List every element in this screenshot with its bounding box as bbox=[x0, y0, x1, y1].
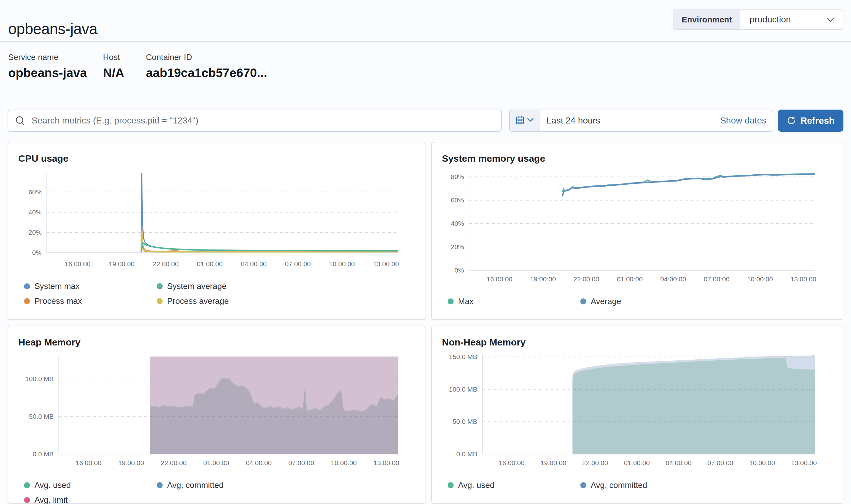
chart-legend: Avg. usedAvg. committed bbox=[448, 478, 836, 493]
x-tick-label: 16:00:00 bbox=[486, 275, 512, 283]
page-title: opbeans-java bbox=[8, 20, 97, 38]
page-header: opbeans-java Environment production bbox=[0, 0, 851, 42]
stat-value: N/A bbox=[103, 65, 146, 80]
system-memory-usage-panel: System memory usage 0%20%40%60%80%16:00:… bbox=[431, 142, 844, 320]
legend-item[interactable]: Avg. committed bbox=[580, 478, 713, 493]
stat-label: Host bbox=[103, 52, 146, 63]
chart-legend: Avg. usedAvg. committedAvg. limit bbox=[24, 478, 419, 504]
x-tick-label: 07:00:00 bbox=[704, 275, 730, 283]
area-series-Avg. used bbox=[573, 358, 815, 454]
y-tick-label: 50.0 MB bbox=[453, 418, 477, 425]
legend-dot-icon bbox=[157, 298, 163, 304]
x-tick-label: 16:00:00 bbox=[75, 459, 101, 466]
legend-item[interactable]: System max bbox=[24, 279, 157, 294]
x-tick-label: 22:00:00 bbox=[153, 260, 179, 268]
y-tick-label: 20% bbox=[29, 229, 42, 236]
legend-item[interactable]: Process average bbox=[157, 294, 289, 308]
stat-container-id: Container ID aab19ca1cb57e670... bbox=[146, 52, 267, 97]
legend-dot-icon bbox=[448, 299, 454, 304]
x-tick-label: 07:00:00 bbox=[285, 260, 311, 268]
y-tick-label: 20% bbox=[451, 243, 464, 250]
legend-label: System average bbox=[167, 281, 227, 291]
legend-dot-icon bbox=[24, 283, 30, 289]
y-tick-label: 40% bbox=[29, 209, 42, 216]
legend-item[interactable]: Average bbox=[580, 294, 713, 309]
legend-label: Avg. used bbox=[458, 480, 494, 490]
x-tick-label: 01:00:00 bbox=[617, 275, 643, 283]
time-range-value[interactable]: Last 24 hours bbox=[539, 115, 720, 126]
refresh-label: Refresh bbox=[800, 115, 835, 126]
legend-dot-icon bbox=[24, 298, 30, 304]
search-input[interactable] bbox=[7, 110, 502, 132]
chevron-down-icon bbox=[527, 116, 534, 125]
legend-label: Process average bbox=[167, 296, 229, 306]
stat-service-name: Service name opbeans-java bbox=[8, 52, 103, 97]
legend-label: Process max bbox=[34, 296, 82, 306]
x-tick-label: 19:00:00 bbox=[109, 260, 135, 268]
legend-item[interactable]: Avg. used bbox=[448, 478, 580, 493]
legend-label: Max bbox=[458, 296, 474, 306]
environment-select[interactable]: Environment production bbox=[673, 10, 844, 30]
search-box bbox=[7, 110, 502, 132]
stat-host: Host N/A bbox=[103, 52, 146, 97]
legend-dot-icon bbox=[24, 482, 30, 488]
x-tick-label: 10:00:00 bbox=[331, 459, 357, 466]
x-tick-label: 16:00:00 bbox=[499, 459, 525, 466]
metrics-toolbar: Last 24 hours Show dates Refresh bbox=[0, 97, 851, 141]
system-memory-usage-chart[interactable]: 0%20%40%60%80%16:00:0019:00:0022:00:0001… bbox=[432, 142, 843, 319]
chart-legend: System maxSystem averageProcess maxProce… bbox=[24, 279, 419, 308]
legend-item[interactable]: Avg. used bbox=[24, 478, 157, 493]
legend-label: System max bbox=[34, 281, 79, 291]
x-tick-label: 10:00:00 bbox=[329, 260, 355, 268]
service-info-bar: Service name opbeans-java Host N/A Conta… bbox=[0, 42, 851, 97]
charts-grid: CPU usage 0%20%40%60%16:00:0019:00:0022:… bbox=[0, 141, 851, 504]
legend-dot-icon bbox=[448, 482, 454, 488]
legend-label: Avg. committed bbox=[591, 480, 647, 490]
x-tick-label: 01:00:00 bbox=[197, 260, 223, 268]
legend-item[interactable]: Process max bbox=[24, 294, 157, 308]
y-tick-label: 50.0 MB bbox=[29, 413, 54, 420]
legend-dot-icon bbox=[24, 497, 30, 503]
y-tick-label: 60% bbox=[451, 196, 464, 204]
x-tick-label: 04:00:00 bbox=[241, 260, 267, 268]
environment-label: Environment bbox=[673, 10, 740, 29]
heap-memory-chart[interactable]: 0.0 MB50.0 MB100.0 MB16:00:0019:00:0022:… bbox=[8, 326, 425, 503]
x-tick-label: 22:00:00 bbox=[161, 459, 187, 466]
y-tick-label: 150.0 MB bbox=[449, 353, 477, 360]
stat-value: opbeans-java bbox=[8, 65, 103, 80]
y-tick-label: 100.0 MB bbox=[25, 375, 54, 382]
chart-legend: MaxAverage bbox=[448, 294, 836, 309]
x-tick-label: 16:00:00 bbox=[65, 260, 91, 268]
non-heap-memory-panel: Non-Heap Memory 0.0 MB50.0 MB100.0 MB150… bbox=[431, 326, 844, 504]
environment-value: production bbox=[740, 15, 826, 25]
x-tick-label: 04:00:00 bbox=[660, 275, 686, 283]
legend-dot-icon bbox=[157, 482, 163, 488]
stat-label: Service name bbox=[8, 52, 103, 63]
x-tick-label: 19:00:00 bbox=[530, 275, 556, 283]
legend-label: Average bbox=[591, 296, 621, 306]
legend-label: Avg. used bbox=[34, 480, 71, 490]
legend-dot-icon bbox=[157, 283, 163, 289]
legend-dot-icon bbox=[580, 299, 586, 304]
calendar-menu-button[interactable] bbox=[510, 110, 539, 131]
chart-title: Non-Heap Memory bbox=[442, 337, 526, 348]
refresh-button[interactable]: Refresh bbox=[778, 110, 844, 132]
y-tick-label: 0% bbox=[455, 267, 464, 274]
line-series-Max bbox=[563, 174, 815, 191]
show-dates-button[interactable]: Show dates bbox=[720, 115, 773, 126]
x-tick-label: 19:00:00 bbox=[540, 459, 566, 466]
non-heap-memory-chart[interactable]: 0.0 MB50.0 MB100.0 MB150.0 MB16:00:0019:… bbox=[432, 326, 843, 503]
legend-item[interactable]: System average bbox=[157, 279, 289, 294]
stat-label: Container ID bbox=[146, 52, 267, 63]
cpu-usage-panel: CPU usage 0%20%40%60%16:00:0019:00:0022:… bbox=[7, 142, 426, 320]
chart-title: CPU usage bbox=[18, 153, 68, 164]
legend-item[interactable]: Avg. limit bbox=[24, 493, 157, 504]
x-tick-label: 01:00:00 bbox=[624, 459, 650, 466]
y-tick-label: 40% bbox=[451, 220, 464, 227]
legend-item[interactable]: Avg. committed bbox=[157, 478, 289, 493]
legend-label: Avg. committed bbox=[167, 480, 224, 490]
x-tick-label: 13:00:00 bbox=[791, 459, 817, 466]
chart-title: Heap Memory bbox=[18, 337, 81, 348]
legend-item[interactable]: Max bbox=[448, 294, 580, 309]
chart-title: System memory usage bbox=[442, 153, 545, 164]
